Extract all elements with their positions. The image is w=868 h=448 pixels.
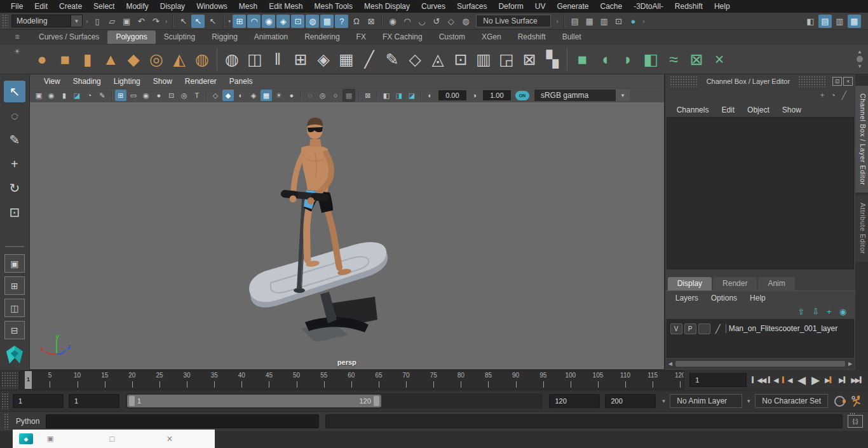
command-language-label[interactable]: Python — [11, 417, 46, 426]
chevron-down-icon[interactable]: ▼ — [71, 15, 83, 27]
sculpt-smooth-icon[interactable]: ◖ — [593, 48, 616, 71]
timeline-tick[interactable]: 65 — [369, 371, 388, 389]
timeline-tick[interactable]: 115 — [643, 371, 662, 389]
poly-cube-icon[interactable]: ■ — [53, 48, 76, 71]
save-scene-icon[interactable]: ▣ — [120, 15, 133, 28]
colorspace-value[interactable]: sRGB gamma — [534, 90, 616, 101]
mirror-geometry-icon[interactable]: ◫ — [243, 48, 266, 71]
smooth-cube-icon[interactable]: ◈ — [312, 48, 335, 71]
timeline-tick[interactable]: 10 — [68, 371, 87, 389]
sculpt-cube-icon[interactable]: ◧ — [639, 48, 662, 71]
snap-projected-center-icon[interactable]: ◈ — [276, 15, 290, 28]
select-camera-icon[interactable]: ▣ — [33, 90, 44, 101]
colorspace-dropdown[interactable]: sRGB gamma ▼ — [534, 90, 630, 101]
color-management-toggle[interactable]: ON — [515, 91, 529, 100]
anim-layer-dropdown[interactable]: No Anim Layer — [670, 394, 742, 408]
frame-box-icon[interactable]: ⊡ — [449, 48, 472, 71]
poly-cone-icon[interactable]: ▲ — [99, 48, 122, 71]
safe-title-icon[interactable]: T — [191, 90, 203, 101]
menu-item[interactable]: Generate — [551, 1, 594, 12]
group-collapse-icon[interactable]: › — [163, 17, 170, 25]
poly-cylinder-icon[interactable]: ▮ — [76, 48, 99, 71]
menu-item[interactable]: Windows — [191, 1, 233, 12]
menu-item[interactable]: Cache — [594, 1, 628, 12]
timeline-tick[interactable]: 90 — [506, 371, 526, 389]
scroll-right-icon[interactable]: ▶ — [846, 361, 854, 367]
menu-item[interactable]: Mesh Tools — [309, 1, 358, 12]
shelf-tab[interactable]: Sculpting — [156, 31, 203, 44]
layer-list-hscrollbar[interactable]: ◀ ▶ — [667, 359, 854, 369]
construction-history-icon[interactable]: ▦ — [320, 15, 334, 28]
range-grip[interactable] — [1, 393, 9, 409]
merge-squares-icon[interactable]: ▚ — [541, 48, 564, 71]
scroll-up-icon[interactable]: ▲ — [857, 49, 862, 55]
current-frame-field[interactable]: 1 — [689, 373, 747, 387]
sidebar-vertical-tab[interactable]: Channel Box / Layer Editor — [855, 86, 868, 193]
viewport-menu-item[interactable]: Lighting — [107, 76, 147, 87]
go-to-end-button[interactable]: ▶▶▍ — [850, 372, 864, 388]
menu-item[interactable]: Edit Mesh — [263, 1, 308, 12]
playback-end-field[interactable]: 120 — [549, 394, 600, 408]
viewport-menu-item[interactable]: Shading — [67, 76, 107, 87]
layer-move-down-icon[interactable]: ⇩ — [812, 307, 819, 316]
wireframe-on-shaded-icon[interactable]: ◐ — [235, 90, 247, 101]
exposure-icon[interactable]: ◐ — [424, 90, 436, 101]
timeline-tick[interactable]: 80 — [451, 371, 470, 389]
depth-peel-icon[interactable]: ▩ — [342, 89, 355, 102]
layout-split[interactable]: ◫ — [4, 299, 25, 317]
step-back-key-button[interactable]: ▍◀ — [780, 372, 794, 388]
edge-loop-icon[interactable]: ▥ — [472, 48, 495, 71]
occlusion-icon[interactable]: ◌ — [304, 90, 316, 101]
rotate-tool[interactable]: ↻ — [4, 177, 25, 199]
gate-mask-icon[interactable]: ● — [153, 90, 165, 101]
menu-item[interactable]: Surfaces — [451, 1, 492, 12]
shelf-tab[interactable]: FX — [348, 31, 374, 44]
layer-editor-menu-item[interactable]: Options — [705, 292, 743, 304]
sidebar-vertical-tab[interactable]: Attribute Editor — [855, 195, 868, 262]
scroll-thumb[interactable] — [675, 361, 845, 367]
ipr-render-icon[interactable]: ▥ — [597, 15, 611, 28]
channel-box-menu-item[interactable]: Show — [776, 104, 808, 116]
timeline-tick[interactable]: 105 — [588, 371, 607, 389]
layer-color-swatch[interactable] — [698, 323, 710, 334]
background-window-titlebar[interactable]: ◆ ▣ □ × — [13, 430, 215, 448]
shelf-tab[interactable]: Rigging — [203, 31, 246, 44]
menu-item[interactable]: Mesh Display — [358, 1, 416, 12]
layer-editor-menu-item[interactable]: Layers — [669, 292, 705, 304]
render-frame-icon[interactable]: ▦ — [583, 15, 596, 28]
tool-settings-toggle[interactable]: ▥ — [833, 15, 846, 28]
menu-item[interactable]: UV — [529, 1, 552, 12]
subdivide-icon[interactable]: ▦ — [335, 48, 358, 71]
layer-list[interactable]: V P ╱ Man_on_Flitescooter_001_layer — [667, 319, 854, 358]
open-scene-icon[interactable]: ▱ — [105, 15, 119, 28]
bevel-corner-icon[interactable]: ◲ — [495, 48, 518, 71]
close-icon[interactable]: × — [166, 433, 172, 445]
panel-grip[interactable] — [798, 76, 827, 87]
grid-icon[interactable]: ⊞ — [115, 90, 126, 101]
timeline-tick[interactable]: 75 — [424, 371, 443, 389]
snap-view-plane-icon[interactable]: ⊡ — [291, 15, 304, 28]
maya-app-icon[interactable]: ◆ — [19, 433, 33, 444]
timeline-tick[interactable]: 100 — [561, 371, 580, 389]
step-forward-frame-button[interactable]: ▶▍ — [836, 372, 850, 388]
move-tool[interactable]: + — [4, 153, 25, 175]
snap-curve-icon[interactable]: ◠ — [247, 15, 261, 28]
command-input[interactable] — [46, 414, 319, 428]
scroll-down-icon[interactable]: ▼ — [857, 64, 862, 69]
select-hierarchy-icon[interactable]: ↖ — [177, 15, 190, 28]
timeline-tick[interactable]: 120 — [670, 371, 684, 389]
layout-wide[interactable]: ⊟ — [4, 321, 25, 339]
maximize-icon[interactable]: □ — [109, 434, 114, 444]
timeline-tick[interactable]: 110 — [616, 371, 635, 389]
shelf-tab[interactable]: Polygons — [107, 31, 155, 44]
viewport-menu-item[interactable]: Renderer — [179, 76, 223, 87]
render-view-icon[interactable]: ▤ — [568, 15, 581, 28]
menu-item[interactable]: -3DtoAll- — [628, 1, 669, 12]
timeline-tick[interactable]: 85 — [478, 371, 498, 389]
group-collapse-icon[interactable]: › — [554, 17, 560, 25]
film-gate-icon[interactable]: ▭ — [128, 90, 139, 101]
highlight-selection-icon[interactable]: ⊠ — [364, 15, 377, 28]
sphere-project-icon[interactable]: ◍ — [220, 48, 243, 71]
default-material-icon[interactable]: ◈ — [248, 90, 259, 101]
timeline-tick[interactable]: 35 — [205, 371, 224, 389]
